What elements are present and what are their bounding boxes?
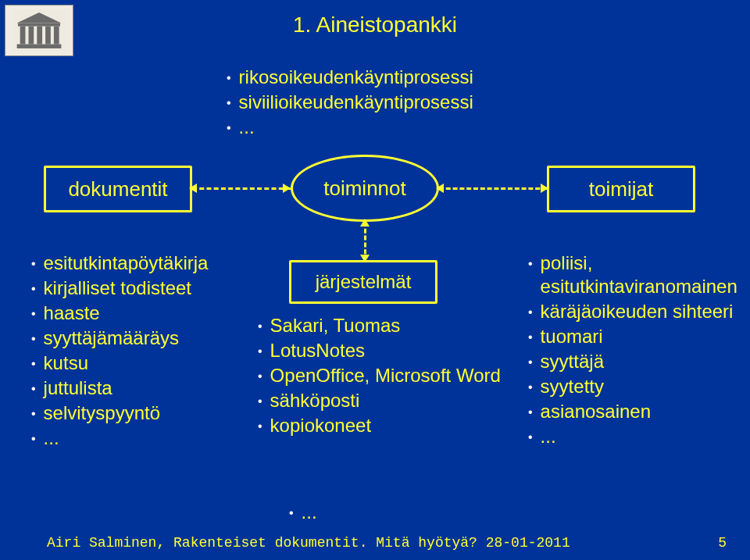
footer-text: Airi Salminen, Rakenteiset dokumentit. M… (47, 535, 570, 551)
node-toiminnot: toiminnot (291, 155, 439, 222)
connector-dokumentit-toiminnot (192, 187, 291, 190)
list-item: •sähköposti (258, 389, 508, 412)
node-dokumentit: dokumentit (44, 166, 192, 212)
list-item: •kopiokoneet (258, 414, 508, 437)
list-item: •kirjalliset todisteet (31, 276, 266, 300)
mid-bullet-list: •Sakari, Tuomas •LotusNotes •OpenOffice,… (258, 312, 508, 439)
list-item: •asianosainen (528, 400, 747, 423)
mid-extra-ellipsis: •... (289, 501, 317, 523)
node-toimijat: toimijat (547, 166, 695, 212)
right-bullet-list: •poliisi, esitutkintaviranomainen •käräj… (528, 250, 747, 450)
slide-title: 1. Aineistopankki (0, 12, 750, 37)
arrowhead-icon (360, 219, 370, 226)
svg-rect-8 (17, 45, 62, 48)
arrowhead-icon (360, 255, 370, 262)
list-item: •haaste (31, 301, 266, 325)
connector-toiminnot-toimijat (439, 187, 547, 190)
list-item: •... (528, 425, 747, 448)
list-item: •LotusNotes (258, 339, 508, 362)
list-item: •syyttäjä (528, 350, 747, 373)
list-item: •esitutkintapöytäkirja (31, 251, 266, 275)
list-item: •syyttäjämääräys (31, 326, 266, 350)
list-item: •siviilioikeudenkäyntiprosessi (227, 91, 473, 114)
footer: Airi Salminen, Rakenteiset dokumentit. M… (0, 535, 750, 551)
list-item: •kutsu (31, 351, 266, 375)
list-item: •rikosoikeudenkäyntiprosessi (227, 66, 473, 89)
arrowhead-icon (189, 184, 197, 193)
node-jarjestelmat: järjestelmät (289, 260, 438, 304)
list-item: •OpenOffice, Microsoft Word (258, 364, 508, 387)
list-item: •selvityspyyntö (31, 401, 266, 425)
list-item: •... (227, 116, 473, 139)
list-item: •juttulista (31, 376, 266, 400)
arrowhead-icon (541, 184, 548, 193)
arrowhead-icon (436, 184, 444, 193)
list-item: •... (31, 426, 266, 450)
top-bullet-list: •rikosoikeudenkäyntiprosessi •siviilioik… (227, 64, 473, 141)
list-item: •Sakari, Tuomas (258, 314, 508, 337)
left-bullet-list: •esitutkintapöytäkirja •kirjalliset todi… (31, 250, 266, 451)
list-item: •tuomari (528, 325, 747, 348)
page-number: 5 (718, 535, 727, 551)
arrowhead-icon (283, 184, 291, 193)
list-item: •syytetty (528, 375, 747, 398)
list-item: •poliisi, esitutkintaviranomainen (528, 251, 747, 298)
list-item: •käräjäoikeuden sihteeri (528, 300, 747, 323)
